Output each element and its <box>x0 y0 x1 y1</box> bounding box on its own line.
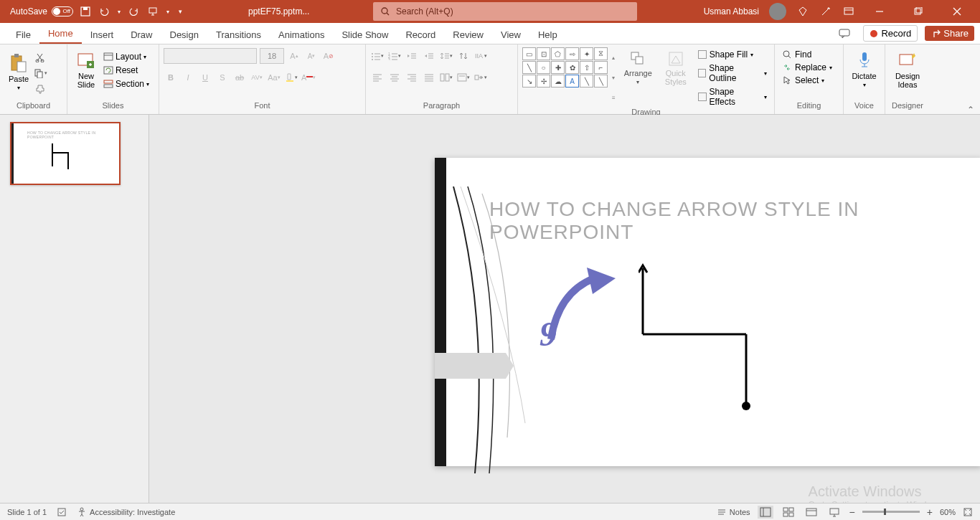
tab-design[interactable]: Design <box>161 25 207 44</box>
record-button[interactable]: Record <box>863 25 918 42</box>
shape-gear-icon[interactable]: ✿ <box>565 61 579 74</box>
maximize-button[interactable] <box>904 0 933 23</box>
present-dropdown-icon[interactable]: ▾ <box>165 5 171 18</box>
char-spacing-button[interactable]: AV▾ <box>250 70 264 85</box>
change-case-button[interactable]: Aa▾ <box>267 70 281 85</box>
text-direction-button[interactable]: IIA▾ <box>473 49 488 63</box>
increase-indent-button[interactable] <box>422 49 436 63</box>
layout-button[interactable]: Layout▾ <box>100 50 152 63</box>
user-avatar[interactable] <box>769 3 786 20</box>
dictate-button[interactable]: Dictate▾ <box>848 47 880 91</box>
shape-cloud-icon[interactable]: ☁ <box>551 75 565 88</box>
tab-animations[interactable]: Animations <box>270 25 333 44</box>
tab-insert[interactable]: Insert <box>82 25 123 44</box>
undo-dropdown-icon[interactable]: ▾ <box>116 5 122 18</box>
increase-font-button[interactable]: A▴ <box>287 49 301 63</box>
shape-arrow-icon[interactable]: ⇨ <box>565 47 579 60</box>
font-size-input[interactable] <box>260 48 284 64</box>
minimize-button[interactable] <box>865 0 894 23</box>
normal-view-button[interactable] <box>758 506 773 519</box>
notes-button[interactable]: Notes <box>717 508 750 516</box>
strikethrough-button[interactable]: ab <box>232 70 247 85</box>
zoom-level[interactable]: 60% <box>940 508 956 516</box>
italic-button[interactable]: I <box>181 70 195 85</box>
align-text-button[interactable]: ▾ <box>456 70 471 85</box>
shape-textbox-icon[interactable]: ⊡ <box>537 47 550 60</box>
fit-to-window-button[interactable] <box>963 507 973 517</box>
shape-textbox2-icon[interactable]: A <box>565 75 579 88</box>
tab-slideshow[interactable]: Slide Show <box>333 25 397 44</box>
slide-counter[interactable]: Slide 1 of 1 <box>7 508 47 516</box>
font-color-button[interactable]: A▾ <box>301 70 316 85</box>
reset-button[interactable]: Reset <box>100 64 152 77</box>
columns-button[interactable]: ▾ <box>439 70 453 85</box>
replace-button[interactable]: Replace▾ <box>779 62 839 73</box>
present-icon[interactable] <box>146 5 159 18</box>
copy-button[interactable]: ▾ <box>33 66 47 80</box>
bold-button[interactable]: B <box>164 70 178 85</box>
shapes-gallery[interactable]: ▭ ⊡ ⬠ ⇨ ✦ ⧖ ╲ ○ ✚ ✿ ⇧ ⌐ ↘ ✢ ☁ A ╲ ╲ <box>522 47 608 108</box>
tab-file[interactable]: File <box>7 25 39 44</box>
shape-star-icon[interactable]: ✦ <box>580 47 593 60</box>
zoom-in-button[interactable]: + <box>927 506 933 518</box>
shape-line-icon[interactable]: ╲ <box>522 61 536 74</box>
zoom-slider[interactable] <box>862 511 920 513</box>
shapes-up-icon[interactable]: ▴ <box>612 55 616 61</box>
undo-icon[interactable] <box>98 5 110 18</box>
shape-uparrow-icon[interactable]: ⇧ <box>580 61 593 74</box>
select-button[interactable]: Select▾ <box>779 75 839 86</box>
comments-button[interactable] <box>833 27 856 41</box>
paste-button[interactable]: Paste ▾ <box>4 47 33 96</box>
justify-button[interactable] <box>422 70 436 85</box>
wand-icon[interactable] <box>819 5 832 18</box>
close-button[interactable] <box>943 0 971 23</box>
shape-effects-button[interactable]: Shape Effects▾ <box>695 86 770 108</box>
align-right-button[interactable] <box>405 70 419 85</box>
search-input[interactable]: Search (Alt+Q) <box>373 2 637 21</box>
decrease-font-button[interactable]: A▾ <box>304 49 319 63</box>
qat-customize-icon[interactable]: ▾ <box>176 5 184 18</box>
tab-help[interactable]: Help <box>529 25 566 44</box>
accessibility-status[interactable]: Accessibility: Investigate <box>77 507 175 517</box>
diamond-icon[interactable] <box>796 5 809 18</box>
shapes-more-icon[interactable]: ≡ <box>612 95 616 101</box>
shape-fill-button[interactable]: Shape Fill▾ <box>695 49 770 60</box>
find-button[interactable]: Find <box>779 49 839 60</box>
tab-draw[interactable]: Draw <box>122 25 161 44</box>
font-name-input[interactable] <box>164 48 257 64</box>
shadow-button[interactable]: S <box>215 70 230 85</box>
align-center-button[interactable] <box>387 70 402 85</box>
tab-review[interactable]: Review <box>444 25 492 44</box>
shape-elbow-icon[interactable]: ⌐ <box>594 61 608 74</box>
tab-home[interactable]: Home <box>39 24 82 44</box>
share-button[interactable]: Share <box>925 26 974 41</box>
shape-plus-icon[interactable]: ✚ <box>551 61 565 74</box>
highlight-button[interactable]: ▾ <box>284 70 298 85</box>
shape-line3-icon[interactable]: ╲ <box>594 75 608 88</box>
autosave-toggle[interactable]: AutoSave Off <box>10 6 73 16</box>
slide-thumbnails-panel[interactable]: 1 HOW TO CHANGE ARROW STYLE IN POWERPOIN… <box>0 115 149 520</box>
shape-line2-icon[interactable]: ╲ <box>580 75 593 88</box>
section-button[interactable]: Section▾ <box>100 77 152 90</box>
shape-callout-icon[interactable]: ⬠ <box>551 47 565 60</box>
design-ideas-button[interactable]: Design Ideas <box>890 47 925 92</box>
line-spacing-button[interactable]: ▾ <box>439 49 453 63</box>
save-icon[interactable] <box>79 5 92 18</box>
tab-view[interactable]: View <box>492 25 529 44</box>
numbering-button[interactable]: 123▾ <box>387 49 402 63</box>
ribbon-display-icon[interactable] <box>842 5 855 18</box>
shape-oval-icon[interactable]: ○ <box>537 61 550 74</box>
reading-view-button[interactable] <box>804 506 819 519</box>
format-painter-button[interactable] <box>33 82 47 96</box>
shape-connector-icon[interactable]: ↘ <box>522 75 536 88</box>
new-slide-button[interactable]: New Slide <box>72 47 100 92</box>
quick-styles-button[interactable]: Quick Styles <box>661 47 691 108</box>
shape-move-icon[interactable]: ✢ <box>537 75 550 88</box>
sort-button[interactable] <box>456 49 471 63</box>
bullets-button[interactable]: ▾ <box>370 49 385 63</box>
tab-transitions[interactable]: Transitions <box>207 25 270 44</box>
zoom-out-button[interactable]: − <box>849 506 855 518</box>
shape-outline-button[interactable]: Shape Outline▾ <box>695 62 770 84</box>
slide-thumbnail-1[interactable]: HOW TO CHANGE ARROW STYLE IN POWERPOINT <box>10 122 121 185</box>
toggle-switch[interactable]: Off <box>52 6 73 16</box>
